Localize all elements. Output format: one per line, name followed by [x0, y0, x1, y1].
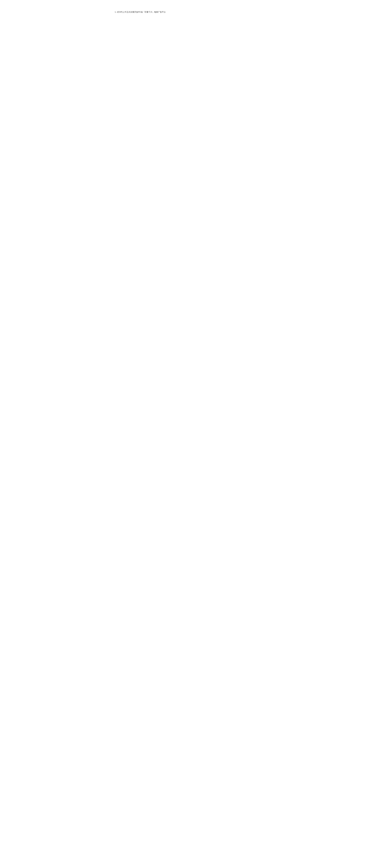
b1-pre1: 1. 4月9号上午正式全量开放PC端「巨量千川」电商广告平台	[115, 10, 271, 14]
